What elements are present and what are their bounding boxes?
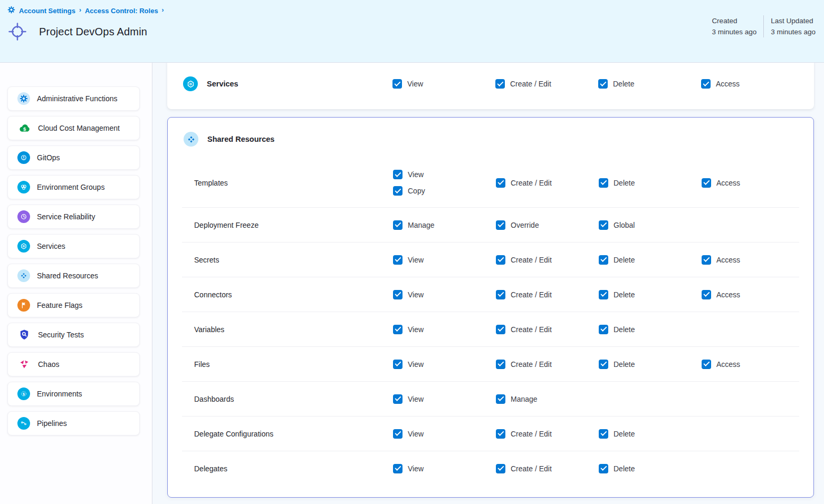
shared-resources-icon [17,269,30,282]
permission-checkbox-view[interactable]: View [393,290,496,299]
sidebar-item-environments[interactable]: $Environments [7,382,140,406]
checkbox-checked-icon[interactable] [599,220,608,230]
permission-row-connectors: ConnectorsViewCreate / EditDeleteAccess [182,277,799,312]
checkbox-checked-icon[interactable] [598,79,608,89]
checkbox-checked-icon[interactable] [393,394,403,404]
checkbox-checked-icon[interactable] [496,325,505,334]
checkbox-checked-icon[interactable] [393,325,403,334]
permission-checkbox-delete[interactable]: Delete [598,79,701,89]
checkbox-checked-icon[interactable] [393,429,403,439]
sidebar-item-service-reliability[interactable]: Service Reliability [7,205,140,229]
sidebar-item-shared-resources[interactable]: Shared Resources [7,264,140,288]
permission-cell: Delete [599,290,702,299]
checkbox-checked-icon[interactable] [599,255,608,265]
permission-checkbox-view[interactable]: View [393,464,496,473]
sidebar-item-environment-groups[interactable]: Environment Groups [7,175,140,199]
checkbox-checked-icon[interactable] [702,290,711,299]
checkbox-checked-icon[interactable] [496,220,505,230]
checkbox-checked-icon[interactable] [701,79,711,89]
permission-checkbox-create-edit[interactable]: Create / Edit [496,464,599,473]
permission-checkbox-create-edit[interactable]: Create / Edit [496,360,599,369]
permission-checkbox-override[interactable]: Override [496,220,599,230]
permission-checkbox-manage[interactable]: Manage [496,394,599,404]
permission-cell: Override [496,220,599,230]
checkbox-checked-icon[interactable] [496,429,505,439]
permission-checkbox-create-edit[interactable]: Create / Edit [496,429,599,439]
permission-cell: View [393,255,496,265]
permission-checkbox-delete[interactable]: Delete [599,429,702,439]
permission-checkbox-manage[interactable]: Manage [393,220,496,230]
permission-checkbox-create-edit[interactable]: Create / Edit [496,178,599,188]
checkbox-checked-icon[interactable] [496,464,505,473]
permission-checkbox-copy[interactable]: Copy [393,186,496,196]
permission-checkbox-create-edit[interactable]: Create / Edit [496,325,599,334]
sidebar-item-cloud-cost-management[interactable]: $Cloud Cost Management [7,116,140,140]
permission-checkbox-delete[interactable]: Delete [599,178,702,188]
checkbox-checked-icon[interactable] [496,394,505,404]
permission-cell: Create / Edit [496,255,599,265]
breadcrumb-account-settings[interactable]: Account Settings [19,7,75,15]
sidebar-item-administrative-functions[interactable]: Administrative Functions [7,86,140,111]
permission-checkbox-delete[interactable]: Delete [599,255,702,265]
permission-checkbox-view[interactable]: View [393,255,496,265]
checkbox-checked-icon[interactable] [702,178,711,188]
permission-checkbox-view[interactable]: View [393,429,496,439]
checkbox-checked-icon[interactable] [495,79,505,89]
checkbox-checked-icon[interactable] [392,79,402,89]
checkbox-checked-icon[interactable] [496,290,505,299]
permission-checkbox-access[interactable]: Access [701,79,800,89]
checkbox-checked-icon[interactable] [702,360,711,369]
checkbox-checked-icon[interactable] [393,290,403,299]
permission-checkbox-view[interactable]: View [392,79,495,89]
permission-checkbox-access[interactable]: Access [702,255,799,265]
permission-checkbox-view[interactable]: View [393,170,496,179]
checkbox-checked-icon[interactable] [599,290,608,299]
breadcrumb-access-control-roles[interactable]: Access Control: Roles [85,7,158,15]
checkbox-checked-icon[interactable] [599,429,608,439]
permission-checkbox-delete[interactable]: Delete [599,325,702,334]
sidebar-item-services[interactable]: Services [7,234,140,258]
sidebar-item-pipelines[interactable]: Pipelines [7,411,140,435]
permission-checkbox-delete[interactable]: Delete [599,360,702,369]
permission-row-templates: TemplatesViewCopyCreate / EditDeleteAcce… [182,158,799,207]
permission-checkbox-access[interactable]: Access [702,360,799,369]
checkbox-checked-icon[interactable] [496,178,505,188]
feature-flag-icon [17,299,30,312]
checkbox-checked-icon[interactable] [393,255,403,265]
permission-label: View [408,464,424,473]
sidebar-item-security-tests[interactable]: Security Tests [7,323,140,347]
resource-label: Variables [182,325,393,334]
permission-label: Delete [614,256,635,264]
permission-checkbox-create-edit[interactable]: Create / Edit [496,290,599,299]
sidebar-item-gitops[interactable]: GitOps [7,146,140,170]
sidebar-item-feature-flags[interactable]: Feature Flags [7,293,140,317]
permission-checkbox-view[interactable]: View [393,325,496,334]
checkbox-checked-icon[interactable] [599,360,608,369]
checkbox-checked-icon[interactable] [599,325,608,334]
role-target-icon [6,21,28,43]
checkbox-checked-icon[interactable] [393,220,403,230]
permission-checkbox-delete[interactable]: Delete [599,464,702,473]
checkbox-checked-icon[interactable] [702,255,711,265]
checkbox-checked-icon[interactable] [599,464,608,473]
permission-cell: View [393,360,496,369]
permission-checkbox-access[interactable]: Access [702,290,799,299]
checkbox-checked-icon[interactable] [496,255,505,265]
permission-label: Manage [511,395,538,403]
checkbox-checked-icon[interactable] [393,170,403,179]
permission-checkbox-delete[interactable]: Delete [599,290,702,299]
permission-checkbox-access[interactable]: Access [702,178,799,188]
resource-label: Templates [182,179,393,187]
sidebar-item-chaos[interactable]: Chaos [7,352,140,376]
checkbox-checked-icon[interactable] [496,360,505,369]
created-meta: Created 3 minutes ago [712,15,756,37]
checkbox-checked-icon[interactable] [393,464,403,473]
checkbox-checked-icon[interactable] [393,186,403,196]
permission-checkbox-view[interactable]: View [393,360,496,369]
permission-checkbox-create-edit[interactable]: Create / Edit [496,255,599,265]
permission-checkbox-create-edit[interactable]: Create / Edit [495,79,598,89]
permission-checkbox-view[interactable]: View [393,394,496,404]
permission-checkbox-global[interactable]: Global [599,220,702,230]
checkbox-checked-icon[interactable] [599,178,608,188]
checkbox-checked-icon[interactable] [393,360,403,369]
